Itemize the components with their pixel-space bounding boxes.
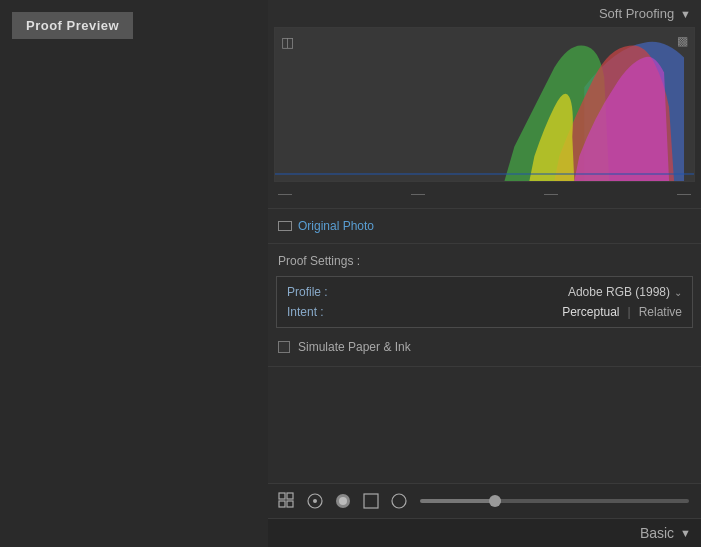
- profile-value[interactable]: Adobe RGB (1998) ⌄: [568, 285, 682, 299]
- intent-relative[interactable]: Relative: [639, 305, 682, 319]
- profile-dropdown-arrow[interactable]: ⌄: [674, 287, 682, 298]
- left-panel: Proof Preview: [0, 0, 268, 547]
- toolbar-slider-container: [416, 499, 693, 503]
- simulate-label: Simulate Paper & Ink: [298, 340, 411, 354]
- divider-1: [268, 208, 701, 209]
- svg-point-11: [392, 494, 406, 508]
- grid-tool-icon[interactable]: [276, 490, 298, 512]
- circle-dot-icon[interactable]: [304, 490, 326, 512]
- circle-filled-icon[interactable]: [332, 490, 354, 512]
- soft-proofing-label: Soft Proofing: [599, 6, 674, 21]
- panel-header: Soft Proofing ▼: [268, 0, 701, 27]
- simulate-checkbox[interactable]: [278, 341, 290, 353]
- svg-rect-10: [364, 494, 378, 508]
- basic-label: Basic: [640, 525, 674, 541]
- toolbar: [268, 483, 701, 518]
- toolbar-slider[interactable]: [420, 499, 689, 503]
- basic-dropdown-arrow[interactable]: ▼: [680, 527, 691, 539]
- simulate-row[interactable]: Simulate Paper & Ink: [268, 332, 701, 362]
- divider-3: [268, 366, 701, 367]
- intent-separator: |: [628, 305, 631, 319]
- square-icon[interactable]: [360, 490, 382, 512]
- settings-box: Profile : Adobe RGB (1998) ⌄ Intent : Pe…: [276, 276, 693, 328]
- intent-value: Perceptual | Relative: [562, 305, 682, 319]
- original-photo-icon: [278, 221, 292, 231]
- circle-outline-icon[interactable]: [388, 490, 410, 512]
- svg-rect-3: [287, 493, 293, 499]
- histogram-svg: [275, 28, 694, 181]
- svg-point-9: [339, 497, 347, 505]
- soft-proofing-dropdown-arrow[interactable]: ▼: [680, 8, 691, 20]
- profile-key: Profile :: [287, 285, 328, 299]
- basic-footer: Basic ▼: [268, 518, 701, 547]
- divider-2: [268, 243, 701, 244]
- original-photo-row[interactable]: Original Photo: [268, 213, 701, 239]
- svg-rect-5: [287, 501, 293, 507]
- histogram-container: ◫ ▩: [274, 27, 695, 182]
- original-photo-label: Original Photo: [298, 219, 374, 233]
- slider-thumb[interactable]: [489, 495, 501, 507]
- intent-row: Intent : Perceptual | Relative: [287, 305, 682, 319]
- dashes-row: — — — —: [268, 182, 701, 204]
- svg-point-7: [313, 499, 317, 503]
- profile-value-text: Adobe RGB (1998): [568, 285, 670, 299]
- proof-preview-label: Proof Preview: [12, 12, 133, 39]
- proof-settings-label: Proof Settings :: [268, 248, 701, 272]
- svg-rect-2: [279, 493, 285, 499]
- histogram-icon-tr[interactable]: ▩: [677, 34, 688, 48]
- svg-rect-4: [279, 501, 285, 507]
- intent-perceptual[interactable]: Perceptual: [562, 305, 619, 319]
- intent-key: Intent :: [287, 305, 324, 319]
- histogram-icon-tl[interactable]: ◫: [281, 34, 294, 50]
- profile-row: Profile : Adobe RGB (1998) ⌄: [287, 285, 682, 299]
- right-panel: Soft Proofing ▼ ◫ ▩ — — — —: [268, 0, 701, 547]
